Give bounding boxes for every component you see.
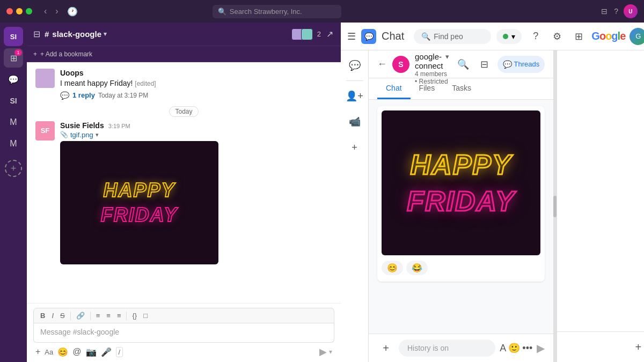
scrollbar-thumb (553, 196, 557, 217)
close-button[interactable] (6, 8, 13, 14)
conversation-name: slack-google-connect ▾ (415, 50, 449, 70)
emoji-reaction-laugh[interactable]: 😂 (406, 261, 428, 275)
add-button[interactable]: + (630, 338, 644, 356)
sidebar-item-chat[interactable]: 💬 (344, 55, 365, 76)
sidebar-item-home[interactable]: ⊞ 1 (4, 48, 23, 68)
search-button[interactable]: 🔍 (455, 56, 472, 73)
edited-label: [edited] (135, 80, 156, 87)
google-header-icons: ? ⚙ ⊞ Google G (527, 28, 644, 45)
history-button[interactable]: 🕐 (64, 5, 81, 18)
more-icon: M (10, 139, 17, 149)
back-button[interactable]: ‹ (41, 5, 50, 17)
add-workspace-button[interactable]: + (5, 160, 22, 177)
friday-text-large: FRIDAY (407, 185, 515, 217)
help-button[interactable]: ? (527, 28, 544, 45)
google-input-area: + History is on A 🙂 ••• ▶ (369, 334, 553, 362)
main-layout: SI ⊞ 1 💬 SI M M + ⊟ # slack-google (0, 23, 644, 362)
add-button[interactable]: + (35, 347, 40, 357)
user-avatar[interactable]: U (624, 4, 638, 18)
audio-button[interactable]: 🎤 (101, 347, 112, 357)
message-time: 3:19 PM (108, 123, 130, 129)
search-icon: 🔍 (421, 32, 430, 41)
sidebar-item-video[interactable]: 📹 (344, 111, 365, 132)
chevron-down-icon: ▾ (104, 31, 107, 38)
titlebar-search-bar[interactable]: 🔍 Search Strawberry, Inc. (213, 5, 341, 18)
send-button[interactable]: ▶ (319, 346, 327, 358)
input-bottom-bar: + Aa 😊 @ 📷 🎤 / ▶ ▾ (33, 346, 334, 358)
format-text-button[interactable]: A (500, 343, 506, 354)
bookmark-bar[interactable]: + + Add a bookmark (27, 46, 341, 62)
traffic-lights (6, 8, 32, 14)
reply-bar[interactable]: 💬 1 reply Today at 3:19 PM (60, 91, 332, 100)
mention-button[interactable]: @ (72, 347, 81, 357)
message-row: Uoops I meant happy Friday! [edited] 💬 1… (35, 69, 332, 100)
date-badge-button[interactable]: Today (169, 106, 198, 117)
google-message-input[interactable]: History is on (399, 339, 495, 357)
google-chat-layout: 💬 👤+ 📹 + ← S (341, 50, 644, 362)
emoji-button[interactable]: 😊 (57, 347, 68, 357)
unordered-list-button[interactable]: ≡ (104, 311, 113, 321)
tab-tasks[interactable]: Tasks (443, 78, 480, 99)
threads-button[interactable]: 💬 Threads (497, 56, 545, 73)
tab-files[interactable]: Files (411, 78, 444, 99)
filter-icon[interactable]: ⊟ (600, 6, 609, 17)
indent-button[interactable]: ≡ (115, 311, 123, 321)
video-button[interactable]: 📷 (86, 347, 97, 357)
threads-label: Threads (514, 60, 540, 68)
sidebar-item-add[interactable]: + (344, 137, 365, 158)
happy-friday-image: HAPPY FRIDAY (60, 141, 218, 264)
message-input[interactable]: Message #slack-google (33, 323, 334, 343)
block-button[interactable]: □ (141, 311, 150, 321)
forward-button[interactable]: › (52, 5, 61, 17)
emoji-picker-button[interactable]: 🙂 (508, 342, 520, 354)
input-toolbar: B I S 🔗 ≡ ≡ ≡ {} □ (33, 308, 334, 323)
send-button[interactable]: ▶ (537, 342, 545, 354)
chat-icon: 💬 (349, 60, 361, 71)
ordered-list-button[interactable]: ≡ (94, 311, 103, 321)
member-count-text: 4 members (415, 70, 447, 78)
google-user-avatar[interactable]: G (630, 28, 644, 45)
italic-button[interactable]: I (49, 311, 56, 321)
help-icon[interactable]: ? (613, 6, 619, 17)
sidebar-item-mentions[interactable]: M (4, 113, 23, 132)
bold-button[interactable]: B (38, 311, 47, 321)
strikethrough-button[interactable]: S (58, 311, 67, 321)
scrollbar[interactable] (553, 50, 557, 362)
hamburger-menu[interactable]: ☰ (347, 31, 356, 42)
add-content-button[interactable]: + (377, 339, 394, 357)
share-icon[interactable]: ↗ (325, 28, 334, 40)
bookmark-label: + Add a bookmark (40, 50, 92, 58)
friday-text: FRIDAY (101, 204, 178, 226)
google-search-bar[interactable]: 🔍 Find peo (414, 29, 491, 44)
apps-button[interactable]: ⊞ (570, 28, 587, 45)
happy-text: HAPPY (103, 179, 175, 202)
link-button[interactable]: 🔗 (74, 311, 87, 321)
slash-button[interactable]: / (116, 347, 123, 357)
layout-button[interactable]: ⊟ (476, 56, 493, 73)
search-placeholder: Find peo (434, 32, 463, 41)
google-messages-area: HAPPY FRIDAY 😊 😂 (369, 100, 553, 334)
sidebar-item-workspace[interactable]: SI (4, 91, 23, 110)
conversation-name-text: slack-google-connect (415, 50, 443, 70)
input-placeholder: History is on (407, 344, 449, 352)
sidebar-item-add-people[interactable]: 👤+ (344, 85, 365, 107)
more-options-button[interactable]: ••• (522, 343, 532, 354)
minimize-button[interactable] (16, 8, 23, 14)
send-options-button[interactable]: ▾ (329, 348, 332, 356)
code-button[interactable]: {} (130, 311, 139, 321)
settings-button[interactable]: ⚙ (548, 28, 566, 45)
status-button[interactable]: ▾ (496, 29, 522, 44)
maximize-button[interactable] (26, 8, 32, 14)
conversation-avatar: S (392, 56, 409, 73)
sidebar-item-more[interactable]: M (4, 134, 23, 153)
workspace-avatar[interactable]: SI (4, 27, 23, 46)
tab-chat[interactable]: Chat (377, 78, 411, 99)
google-conversation-area: ← S slack-google-connect ▾ 4 members • R… (369, 50, 553, 362)
emoji-reaction-smile[interactable]: 😊 (382, 261, 403, 275)
format-button[interactable]: Aa (45, 348, 53, 356)
back-button[interactable]: ← (377, 58, 387, 70)
hash-icon: # (45, 29, 49, 39)
video-icon: 📹 (349, 116, 361, 128)
sidebar-item-dms[interactable]: 💬 (4, 70, 23, 89)
plus-icon: + (352, 142, 357, 153)
